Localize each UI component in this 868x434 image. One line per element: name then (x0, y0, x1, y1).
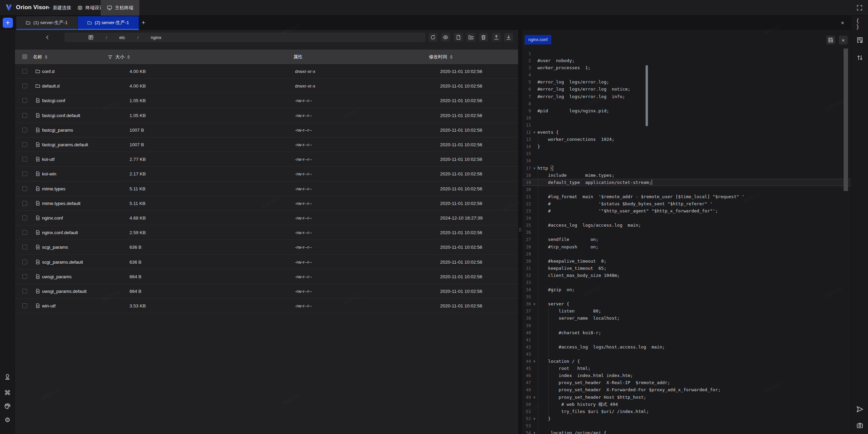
table-row[interactable]: mime.types.default 5.11 KB -rw-r--r-- 20… (15, 196, 518, 211)
table-row[interactable]: default.d 4.00 KB drwxr-xr-x 2020-11-01 … (15, 79, 518, 93)
file-name[interactable]: scgi_params.default (42, 259, 83, 264)
code-line[interactable]: 33 (522, 279, 851, 286)
file-name[interactable]: win-utf (42, 303, 56, 308)
file-name[interactable]: fastcgi_params.default (42, 142, 88, 147)
code-editor[interactable]: 12#user nobody;3worker_processes 1;45#er… (522, 50, 851, 434)
close-panel-icon[interactable]: × (840, 20, 846, 26)
code-line[interactable]: 35 (522, 293, 851, 300)
floating-scrollbar-thumb[interactable] (646, 65, 648, 126)
code-line[interactable]: 20 (522, 186, 851, 193)
table-row[interactable]: scgi_params 636 B -rw-r--r-- 2020-11-01 … (15, 240, 518, 254)
code-line[interactable]: 30 #keepalive_timeout 0; (522, 258, 851, 265)
row-checkbox[interactable] (22, 157, 27, 162)
code-line[interactable]: 29 (522, 250, 851, 258)
code-line[interactable]: 52∨ } (522, 415, 851, 422)
row-checkbox[interactable] (22, 215, 27, 220)
code-line[interactable]: 47 proxy_set_header X-Real-IP $remote_ad… (522, 379, 851, 386)
new-file-button[interactable] (454, 33, 463, 42)
row-checkbox[interactable] (22, 69, 27, 74)
table-row[interactable]: fastcgi_params 1007 B -rw-r--r-- 2020-11… (15, 123, 518, 137)
file-name[interactable]: uwsgi_params.default (42, 288, 86, 294)
code-line[interactable]: 16 (522, 157, 851, 164)
file-name[interactable]: uwsgi_params (42, 274, 72, 279)
settings-gear-icon[interactable]: ⚙ (4, 416, 11, 423)
select-all-checkbox[interactable] (22, 54, 27, 59)
code-line[interactable]: 21 #log_format main '$remote_addr - $rem… (522, 193, 851, 200)
filter-icon[interactable] (108, 55, 113, 59)
sort-order-icon[interactable] (856, 54, 864, 61)
code-line[interactable]: 51 try_files $uri $uri/ /index.html; (522, 408, 851, 415)
table-row[interactable]: fastcgi.conf 1.05 KB -rw-r--r-- 2020-11-… (15, 93, 518, 108)
code-line[interactable]: 37 listen 80; (522, 307, 851, 315)
table-row[interactable]: conf.d 4.00 KB drwxr-xr-x 2020-11-01 10:… (15, 64, 518, 79)
fold-chevron-icon[interactable]: ∨ (532, 129, 537, 136)
row-checkbox[interactable] (22, 303, 27, 308)
save-button[interactable] (826, 36, 835, 44)
file-name[interactable]: fastcgi_params (42, 127, 73, 132)
download-button[interactable] (504, 33, 513, 42)
code-line[interactable]: 26 (522, 229, 851, 236)
code-line[interactable]: 2#user nobody; (522, 57, 851, 64)
theme-palette-icon[interactable] (4, 402, 11, 410)
screenshot-camera-icon[interactable] (856, 422, 864, 429)
fold-chevron-icon[interactable]: ∨ (532, 429, 537, 434)
upload-button[interactable] (492, 33, 501, 42)
code-line[interactable]: 17∨http { (522, 165, 851, 172)
code-line[interactable]: 4 (522, 71, 851, 78)
code-line[interactable]: 46 index index.html index.htm; (522, 372, 851, 379)
refresh-button[interactable] (429, 33, 437, 42)
fold-chevron-icon[interactable]: ∨ (532, 415, 537, 422)
table-row[interactable]: scgi_params.default 636 B -rw-r--r-- 202… (15, 254, 518, 269)
row-checkbox[interactable] (22, 98, 27, 103)
fullscreen-icon[interactable] (856, 5, 863, 11)
file-bookmark-icon[interactable] (856, 36, 864, 44)
code-line[interactable]: 36∨ server { (522, 300, 851, 307)
file-name[interactable]: conf.d (42, 69, 55, 74)
fold-chevron-icon[interactable]: ∨ (532, 300, 537, 307)
code-line[interactable]: 40 #charset koi8-r; (522, 329, 851, 336)
code-line[interactable]: 28 #tcp_nopush on; (522, 243, 851, 250)
file-name[interactable]: mime.types (42, 186, 65, 191)
sort-icon[interactable] (450, 55, 453, 59)
breadcrumb-segment-nginx[interactable]: nginx (151, 35, 161, 40)
code-line[interactable]: 12∨events { (522, 129, 851, 136)
code-line[interactable]: 38 server_name localhost; (522, 315, 851, 322)
code-line[interactable]: 43 (522, 351, 851, 358)
code-line[interactable]: 10 (522, 114, 851, 121)
terminal-tab[interactable]: (2) server-生产-1 (78, 16, 139, 30)
back-icon[interactable] (43, 34, 52, 41)
code-line[interactable]: 22 # '$status $body_bytes_sent "$http_re… (522, 200, 851, 207)
code-line[interactable]: 3worker_processes 1; (522, 64, 851, 71)
code-line[interactable]: 39 (522, 322, 851, 329)
add-tab-icon[interactable]: + (140, 19, 147, 26)
row-checkbox[interactable] (22, 83, 27, 88)
code-line[interactable]: 45 root html; (522, 365, 851, 372)
code-line[interactable]: 41 (522, 336, 851, 343)
code-line[interactable]: 34 #gzip on; (522, 286, 851, 293)
command-shortcuts-icon[interactable]: ⌘ (4, 389, 11, 396)
code-line[interactable]: 9#pid logs/nginx.pid; (522, 107, 851, 114)
breadcrumb-segment-etc[interactable]: etc (119, 35, 125, 40)
column-header-mtime[interactable]: 修改时间 (429, 54, 453, 60)
table-row[interactable]: nginx.conf 4.68 KB -rw-r--r-- 2024-12-10… (15, 211, 518, 225)
code-line[interactable]: 18 include mime.types; (522, 172, 851, 179)
new-tab-button[interactable]: + (3, 18, 13, 28)
row-checkbox[interactable] (22, 113, 27, 118)
table-row[interactable]: fastcgi_params.default 1007 B -rw-r--r--… (15, 137, 518, 152)
file-name[interactable]: default.d (42, 83, 60, 89)
code-line[interactable]: 24 (522, 214, 851, 222)
code-line[interactable]: 48 proxy_set_header X-Forwarded-For $pro… (522, 386, 851, 393)
file-name[interactable]: fastcgi.conf.default (42, 113, 80, 118)
row-checkbox[interactable] (22, 260, 27, 264)
row-checkbox[interactable] (22, 142, 27, 147)
row-checkbox[interactable] (22, 230, 27, 235)
table-row[interactable]: nginx.conf.default 2.59 KB -rw-r--r-- 20… (15, 225, 518, 240)
row-checkbox[interactable] (22, 186, 27, 191)
code-line[interactable]: 19 default_type application/octet-stream… (522, 179, 851, 186)
row-checkbox[interactable] (22, 289, 27, 294)
table-row[interactable]: win-utf 3.53 KB -rw-r--r-- 2020-11-01 10… (15, 299, 518, 313)
code-line[interactable]: 49∨ proxy_set_header Host $http_host; (522, 394, 851, 401)
code-line[interactable]: 44∨ location / { (522, 358, 851, 365)
column-header-attr[interactable]: 属性 (293, 54, 302, 60)
code-line[interactable]: 25 #access_log logs/access.log main; (522, 222, 851, 229)
